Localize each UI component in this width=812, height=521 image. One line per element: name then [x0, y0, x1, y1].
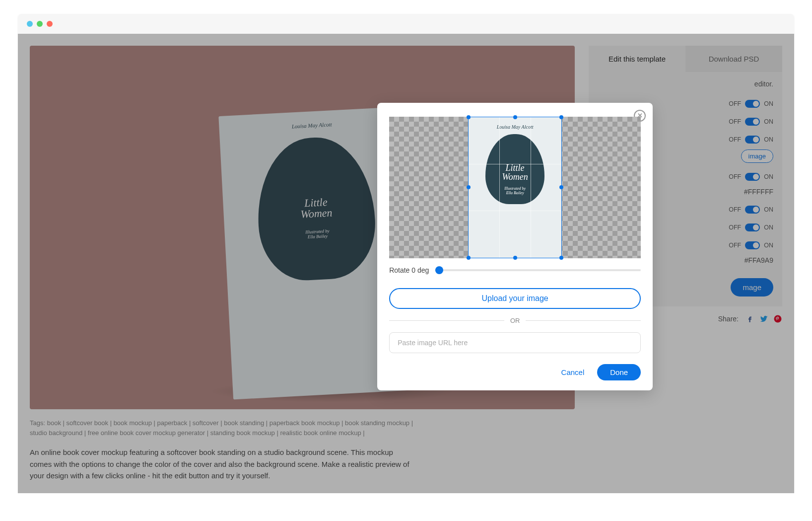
handle-bm[interactable] [513, 256, 517, 260]
done-button[interactable]: Done [597, 364, 641, 380]
handle-tm[interactable] [513, 115, 517, 119]
handle-bl[interactable] [467, 256, 471, 260]
rotate-slider-thumb[interactable] [435, 266, 443, 274]
image-upload-modal: ✕ Louisa May Alcott Little Women Illustr… [377, 103, 653, 390]
crop-canvas[interactable]: Louisa May Alcott Little Women Illustrat… [389, 117, 641, 258]
handle-tr[interactable] [559, 115, 563, 119]
window-close-dot[interactable] [27, 21, 33, 27]
upload-image-button[interactable]: Upload your image [389, 288, 641, 309]
browser-window: Louisa May Alcott Little Women Illustrat… [18, 14, 794, 493]
handle-mr[interactable] [559, 185, 563, 189]
app-viewport: Louisa May Alcott Little Women Illustrat… [18, 34, 794, 493]
crop-handles[interactable] [468, 117, 562, 258]
modal-actions: Cancel Done [389, 364, 641, 380]
cancel-button[interactable]: Cancel [561, 368, 585, 376]
or-divider: OR [389, 317, 641, 324]
window-titlebar [18, 14, 794, 34]
window-minimize-dot[interactable] [37, 21, 43, 27]
rotate-value: 0 deg [411, 266, 429, 274]
window-zoom-dot[interactable] [47, 21, 53, 27]
handle-br[interactable] [559, 256, 563, 260]
rotate-slider[interactable] [435, 269, 641, 271]
rotate-control: Rotate 0 deg [389, 266, 641, 274]
image-url-input[interactable] [389, 332, 641, 353]
rotate-label: Rotate 0 deg [389, 266, 429, 274]
